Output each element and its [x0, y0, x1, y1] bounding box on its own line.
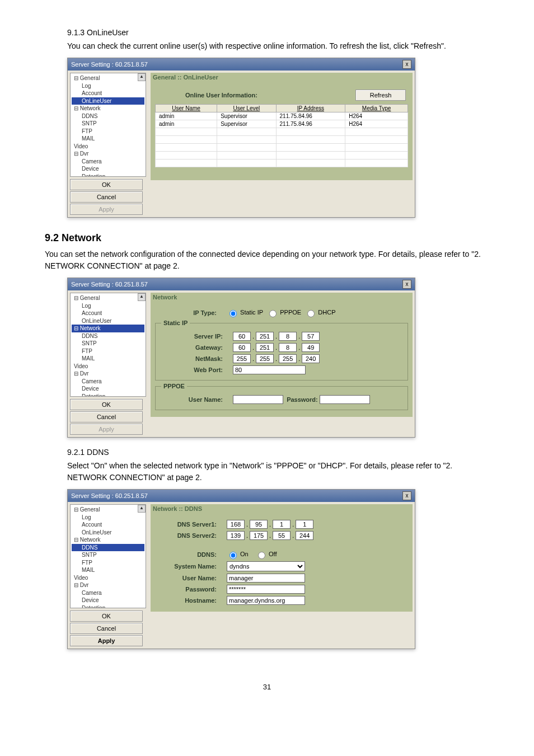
tree-ddns[interactable]: DDNS: [72, 332, 144, 340]
scroll-up-icon[interactable]: ▲: [138, 73, 146, 81]
window-title: Server Setting : 60.251.8.57: [71, 281, 402, 288]
apply-button[interactable]: Apply: [70, 424, 143, 435]
tree-log[interactable]: Log: [72, 82, 144, 90]
tree-mail[interactable]: MAIL: [72, 566, 144, 574]
server-ip-input[interactable]: . . .: [233, 332, 320, 341]
system-name-select[interactable]: dyndns: [227, 561, 305, 571]
cancel-button[interactable]: Cancel: [70, 623, 143, 634]
tree-camera[interactable]: Camera: [72, 378, 144, 386]
dns1-input[interactable]: . . .: [227, 520, 313, 529]
apply-button[interactable]: Apply: [70, 635, 143, 646]
table-row[interactable]: [156, 144, 408, 152]
webport-input[interactable]: [233, 365, 306, 374]
tree-camera[interactable]: Camera: [72, 158, 144, 166]
tree-detection[interactable]: Detection: [72, 173, 144, 177]
apply-button[interactable]: Apply: [70, 204, 143, 215]
tree-account[interactable]: Account: [72, 521, 144, 529]
netmask-input[interactable]: . . .: [233, 354, 320, 363]
netmask-label: NetMask:: [161, 355, 233, 362]
close-icon[interactable]: x: [402, 60, 411, 69]
tree-sntp[interactable]: SNTP: [72, 551, 144, 559]
th-media[interactable]: Media Type: [345, 105, 408, 112]
section-913-body: You can check the current online user(s)…: [67, 40, 489, 52]
th-ip[interactable]: IP Address: [276, 105, 345, 112]
page-number: 31: [45, 683, 489, 691]
nav-tree[interactable]: ▲ ⊟ General Log Account OnLineUser ⊟ Net…: [70, 293, 146, 397]
table-row[interactable]: [156, 159, 408, 167]
ok-button[interactable]: OK: [70, 611, 143, 622]
table-row[interactable]: [156, 152, 408, 159]
tree-video[interactable]: Video: [72, 143, 144, 151]
table-row[interactable]: admin Supervisor 211.75.84.96 H264: [156, 120, 408, 128]
hostname-input[interactable]: [227, 596, 305, 605]
ddns-username-input[interactable]: [227, 574, 305, 583]
th-level[interactable]: User Level: [217, 105, 276, 112]
dns1-label: DNS Server1:: [155, 521, 227, 528]
nav-tree[interactable]: ▲ ⊟ General Log Account OnLineUser ⊟ Net…: [70, 504, 146, 608]
tree-detection[interactable]: Detection: [72, 604, 144, 609]
tree-device[interactable]: Device: [72, 597, 144, 604]
section-921-title: 9.2.1 DDNS: [67, 448, 489, 457]
table-row[interactable]: admin Supervisor 211.75.84.96 H264: [156, 112, 408, 120]
tree-onlineuser[interactable]: OnLineUser: [72, 97, 144, 105]
ddns-password-label: Password:: [155, 586, 227, 593]
tree-log[interactable]: Log: [72, 514, 144, 522]
table-row[interactable]: [156, 128, 408, 136]
tree-general[interactable]: ⊟ General: [72, 74, 144, 82]
tree-general[interactable]: ⊟ General: [72, 506, 144, 514]
onlineuser-dialog: Server Setting : 60.251.8.57 x ▲ ⊟ Gener…: [67, 58, 415, 218]
table-row[interactable]: [156, 136, 408, 144]
tree-network[interactable]: ⊟ Network: [72, 536, 144, 544]
tree-account[interactable]: Account: [72, 309, 144, 317]
tree-mail[interactable]: MAIL: [72, 135, 144, 143]
tree-ftp[interactable]: FTP: [72, 348, 144, 355]
tree-video[interactable]: Video: [72, 574, 144, 582]
tree-device[interactable]: Device: [72, 385, 144, 393]
nav-tree[interactable]: ▲ ⊟ General Log Account OnLineUser ⊟ Net…: [70, 73, 146, 177]
pppoe-username-input[interactable]: [233, 395, 283, 404]
tree-video[interactable]: Video: [72, 363, 144, 370]
tree-ddns[interactable]: DDNS: [72, 544, 144, 552]
tree-device[interactable]: Device: [72, 165, 144, 173]
scroll-up-icon[interactable]: ▲: [138, 505, 146, 513]
radio-pppoe[interactable]: PPPOE: [266, 308, 301, 317]
cancel-button[interactable]: Cancel: [70, 191, 143, 203]
tree-ftp[interactable]: FTP: [72, 559, 144, 567]
pppoe-password-label: Password:: [287, 396, 318, 403]
tree-mail[interactable]: MAIL: [72, 355, 144, 363]
ok-button[interactable]: OK: [70, 179, 143, 190]
tree-detection[interactable]: Detection: [72, 393, 144, 397]
radio-static-ip[interactable]: Static IP: [227, 308, 263, 317]
dns2-input[interactable]: . . .: [227, 531, 313, 540]
tree-onlineuser[interactable]: OnLineUser: [72, 317, 144, 325]
tree-sntp[interactable]: SNTP: [72, 120, 144, 128]
scroll-up-icon[interactable]: ▲: [138, 293, 146, 301]
close-icon[interactable]: x: [402, 491, 411, 500]
tree-account[interactable]: Account: [72, 90, 144, 97]
pppoe-password-input[interactable]: [320, 395, 370, 404]
tree-ddns[interactable]: DDNS: [72, 112, 144, 120]
tree-dvr[interactable]: ⊟ Dvr: [72, 581, 144, 589]
tree-ftp[interactable]: FTP: [72, 128, 144, 135]
gateway-label: Gateway:: [161, 344, 233, 351]
tree-camera[interactable]: Camera: [72, 589, 144, 597]
radio-dhcp[interactable]: DHCP: [305, 308, 335, 317]
tree-dvr[interactable]: ⊟ Dvr: [72, 370, 144, 378]
gateway-input[interactable]: . . .: [233, 343, 320, 352]
tree-network[interactable]: ⊟ Network: [72, 325, 144, 332]
refresh-button[interactable]: Refresh: [355, 90, 406, 101]
tree-general[interactable]: ⊟ General: [72, 294, 144, 302]
ok-button[interactable]: OK: [70, 399, 143, 410]
tree-log[interactable]: Log: [72, 302, 144, 310]
th-user[interactable]: User Name: [156, 105, 217, 112]
panel-head: Network :: DDNS: [151, 504, 413, 513]
tree-dvr[interactable]: ⊟ Dvr: [72, 150, 144, 158]
radio-ddns-on[interactable]: On: [227, 550, 249, 559]
cancel-button[interactable]: Cancel: [70, 411, 143, 422]
tree-sntp[interactable]: SNTP: [72, 340, 144, 348]
radio-ddns-off[interactable]: Off: [255, 550, 277, 559]
close-icon[interactable]: x: [402, 280, 411, 289]
tree-network[interactable]: ⊟ Network: [72, 105, 144, 112]
tree-onlineuser[interactable]: OnLineUser: [72, 529, 144, 537]
ddns-password-input[interactable]: [227, 585, 305, 594]
